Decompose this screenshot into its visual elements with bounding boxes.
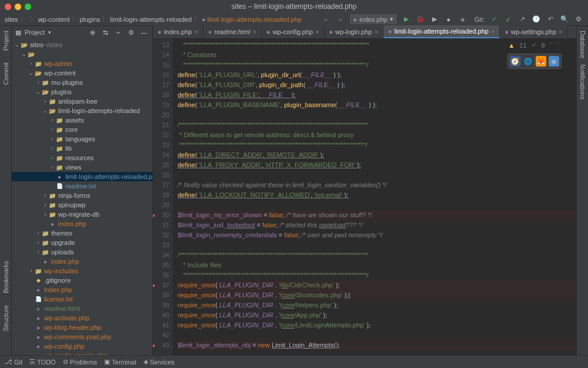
tool-database-tab[interactable]: Database (579, 31, 586, 58)
project-tree[interactable]: ⌄sites ~/sites⌄›wp-admin⌄wp-content›mu-p… (12, 39, 152, 355)
line-number[interactable]: 13 (153, 40, 169, 50)
code-line[interactable]: $limit_login_my_error_shown = false; /* … (178, 210, 576, 220)
panel-settings-icon[interactable]: ⚙ (126, 28, 136, 37)
collapse-all-icon[interactable]: ÷ (113, 28, 123, 37)
code-line[interactable]: require_once( LLA_PLUGIN_DIR . '/core/He… (178, 300, 576, 310)
vcs-push-icon[interactable]: ↗ (517, 15, 527, 24)
code-line[interactable] (178, 170, 576, 180)
tree-item[interactable]: ⌄wp-content (12, 68, 152, 78)
tree-item[interactable]: readme.txt (12, 181, 152, 191)
code-line[interactable]: define( 'LLA_LOCKOUT_NOTIFY_ALLOWED', 'l… (178, 190, 576, 200)
editor-tab[interactable]: ●index.php× (153, 25, 203, 38)
line-number[interactable]: 21 (153, 120, 169, 130)
vcs-history-icon[interactable]: 🕐 (532, 15, 541, 24)
code-line[interactable]: require_once( LLA_PLUGIN_DIR . '/lib/Cid… (178, 280, 576, 290)
tree-item[interactable]: wp-activate.php (12, 313, 152, 323)
tree-item[interactable]: ⌄ (12, 49, 152, 59)
code-line[interactable]: $limit_login_attempts_obj = new Limit_Lo… (178, 340, 576, 350)
tree-item[interactable]: wp-config-sample.php (12, 351, 152, 355)
debug-button[interactable]: 🐞 (416, 15, 425, 24)
tree-item[interactable]: index.php (12, 285, 152, 294)
line-number[interactable]: 28 (153, 190, 169, 200)
settings-icon[interactable]: ⚙ (574, 15, 583, 24)
code-line[interactable]: /***************************************… (178, 250, 576, 260)
locate-file-icon[interactable]: ⊕ (88, 28, 97, 37)
nav-back-icon[interactable]: ← (322, 15, 331, 24)
breadcrumb-segment[interactable]: plugins (79, 16, 100, 23)
tree-item[interactable]: wp-comments-post.php (12, 332, 152, 342)
code-line[interactable]: define( 'LLA_PLUGIN_FILE', __FILE__ ); (178, 90, 576, 100)
breadcrumb-segment[interactable]: limit-login-attempts-reloaded (110, 16, 192, 23)
project-view-icon[interactable]: ▦ (15, 29, 21, 37)
line-number[interactable]: 22 (153, 130, 169, 140)
code-line[interactable]: define( 'LLA_PLUGIN_URL', plugin_dir_url… (178, 70, 576, 80)
close-tab-icon[interactable]: × (253, 28, 256, 35)
line-number[interactable]: 16 (153, 70, 169, 80)
search-everywhere-icon[interactable]: 🔍 (560, 15, 569, 24)
code-line[interactable]: ****************************************… (178, 270, 576, 280)
line-number[interactable]: 39 (153, 300, 169, 310)
line-number[interactable]: 20 (153, 110, 169, 120)
code-line[interactable]: require_once( LLA_PLUGIN_DIR . '/core/Sh… (178, 290, 576, 300)
line-number[interactable]: 42 (153, 330, 169, 340)
line-number[interactable]: 35 (153, 260, 169, 270)
vcs-rollback-icon[interactable]: ↶ (546, 15, 555, 24)
chevron-down-icon[interactable]: ˇ (556, 42, 559, 49)
line-number[interactable]: 38 (153, 290, 169, 300)
tree-item[interactable]: index.php (12, 219, 152, 228)
tree-item[interactable]: wp-config.php (12, 342, 152, 351)
nav-forward-icon[interactable]: → (336, 15, 345, 24)
breadcrumb-segment[interactable]: sites (5, 16, 18, 23)
tool-project-tab[interactable]: Project (2, 31, 9, 51)
close-tab-icon[interactable]: × (491, 28, 495, 35)
tree-item[interactable]: ›uploads (12, 247, 152, 257)
line-number[interactable]: 15 (153, 60, 169, 70)
tree-item[interactable]: ›languages (12, 134, 152, 144)
editor-gutter[interactable]: 1314151617181920212223242526272829303132… (153, 39, 173, 355)
code-line[interactable]: ****************************************… (178, 140, 576, 150)
code-line[interactable]: define( 'LLA_PROXY_ADDR', 'HTTP_X_FORWAR… (178, 160, 576, 170)
stop-button[interactable]: ■ (458, 15, 467, 24)
tree-item[interactable]: limit-login-attempts-reloaded.php (12, 172, 152, 181)
close-tab-icon[interactable]: × (315, 28, 319, 35)
editor-tab[interactable]: ●wp-config.php× (262, 25, 325, 38)
tree-item[interactable]: ⌄sites ~/sites (12, 40, 152, 49)
line-number[interactable]: 27 (153, 180, 169, 190)
safari-icon[interactable]: 🧭 (510, 56, 520, 67)
tree-item[interactable]: ›themes (12, 228, 152, 238)
tool-structure-tab[interactable]: Structure (2, 305, 9, 331)
vcs-update-icon[interactable]: ✓ (489, 15, 499, 24)
line-number[interactable]: 32 (153, 230, 169, 240)
editor[interactable]: ▲11 ✓8 ˆ ˇ 🧭 🌐 🦊 ◉ 131415161718192021222… (153, 39, 576, 355)
code-line[interactable]: $limit_login_just_lockedout = false; /* … (178, 220, 576, 230)
editor-tab[interactable]: ●wp-settings.php× (500, 25, 567, 38)
line-number[interactable]: 31 (153, 220, 169, 230)
hide-panel-icon[interactable]: — (139, 28, 149, 37)
code-area[interactable]: ****************************************… (173, 39, 576, 355)
tool-services-button[interactable]: ◈Services (143, 358, 175, 366)
coverage-button[interactable]: ▶ (430, 15, 439, 24)
code-line[interactable]: define( 'LLA_DIRECT_ADDR', 'REMOTE_ADDR'… (178, 150, 576, 160)
close-tab-icon[interactable]: × (194, 28, 198, 35)
code-line[interactable]: * Different ways to get remote address: … (178, 130, 576, 140)
tree-item[interactable]: ›upgrade (12, 238, 152, 247)
line-number[interactable]: 33 (153, 240, 169, 250)
inspections-widget[interactable]: ▲11 ✓8 ˆ ˇ (508, 41, 559, 49)
close-tab-icon[interactable]: × (559, 28, 562, 35)
profiler-button[interactable]: ● (444, 15, 453, 24)
vcs-commit-icon[interactable]: ↙ (503, 15, 513, 24)
code-line[interactable] (178, 110, 576, 120)
code-line[interactable]: require_once( LLA_PLUGIN_DIR . '/core/Li… (178, 320, 576, 330)
editor-tab[interactable]: ●readme.html× (203, 25, 262, 38)
tree-item[interactable]: ›views (12, 163, 152, 172)
line-number[interactable]: 40 (153, 310, 169, 320)
tree-item[interactable]: ⌄limit-login-attempts-reloaded (12, 106, 152, 115)
line-number[interactable]: 30 (153, 210, 169, 220)
code-line[interactable] (178, 330, 576, 340)
tree-item[interactable]: ›assets (12, 115, 152, 125)
tree-item[interactable]: ›resources (12, 153, 152, 163)
code-line[interactable]: define( 'LLA_PLUGIN_DIR', plugin_dir_pat… (178, 80, 576, 90)
tree-item[interactable]: ›antispam-bee (12, 97, 152, 106)
code-line[interactable]: require_once( LLA_PLUGIN_DIR . '/core/Ap… (178, 310, 576, 320)
code-line[interactable]: /* Notify value checked against these in… (178, 180, 576, 190)
